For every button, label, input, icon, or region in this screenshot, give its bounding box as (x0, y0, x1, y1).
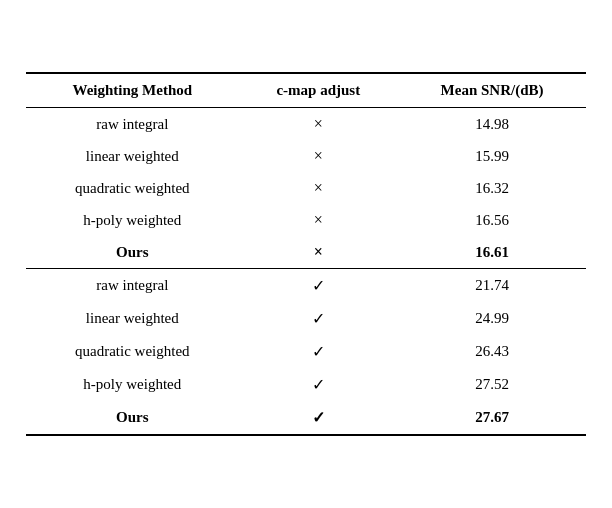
table-row: raw integral✓21.74 (26, 269, 586, 303)
cell-method: h-poly weighted (26, 368, 239, 401)
header-snr: Mean SNR/(dB) (398, 73, 586, 108)
cell-method: quadratic weighted (26, 335, 239, 368)
cell-snr: 16.32 (398, 172, 586, 204)
cell-snr: 27.67 (398, 401, 586, 435)
cell-snr: 27.52 (398, 368, 586, 401)
table-row: quadratic weighted✓26.43 (26, 335, 586, 368)
cell-method: Ours (26, 401, 239, 435)
cell-snr: 14.98 (398, 108, 586, 141)
header-method: Weighting Method (26, 73, 239, 108)
cell-snr: 21.74 (398, 269, 586, 303)
cell-method: Ours (26, 236, 239, 269)
cell-cmap: × (239, 140, 399, 172)
table-row: h-poly weighted✓27.52 (26, 368, 586, 401)
cell-method: raw integral (26, 108, 239, 141)
table-row: raw integral×14.98 (26, 108, 586, 141)
table-row: linear weighted×15.99 (26, 140, 586, 172)
cell-method: raw integral (26, 269, 239, 303)
results-table: Weighting Method c-map adjust Mean SNR/(… (26, 72, 586, 436)
cell-cmap: ✓ (239, 368, 399, 401)
cell-cmap: × (239, 108, 399, 141)
table-header-row: Weighting Method c-map adjust Mean SNR/(… (26, 73, 586, 108)
cell-cmap: × (239, 172, 399, 204)
cell-cmap: ✓ (239, 302, 399, 335)
cell-snr: 24.99 (398, 302, 586, 335)
table-row: h-poly weighted×16.56 (26, 204, 586, 236)
table-row: Ours✓27.67 (26, 401, 586, 435)
cell-snr: 16.56 (398, 204, 586, 236)
cell-method: linear weighted (26, 140, 239, 172)
table-row: Ours×16.61 (26, 236, 586, 269)
cell-snr: 16.61 (398, 236, 586, 269)
header-cmap: c-map adjust (239, 73, 399, 108)
table-row: quadratic weighted×16.32 (26, 172, 586, 204)
cell-snr: 15.99 (398, 140, 586, 172)
table-row: linear weighted✓24.99 (26, 302, 586, 335)
table-container: Weighting Method c-map adjust Mean SNR/(… (26, 72, 586, 436)
cell-method: linear weighted (26, 302, 239, 335)
cell-cmap: × (239, 236, 399, 269)
cell-method: quadratic weighted (26, 172, 239, 204)
cell-cmap: ✓ (239, 269, 399, 303)
cell-cmap: × (239, 204, 399, 236)
cell-cmap: ✓ (239, 401, 399, 435)
cell-method: h-poly weighted (26, 204, 239, 236)
cell-snr: 26.43 (398, 335, 586, 368)
cell-cmap: ✓ (239, 335, 399, 368)
